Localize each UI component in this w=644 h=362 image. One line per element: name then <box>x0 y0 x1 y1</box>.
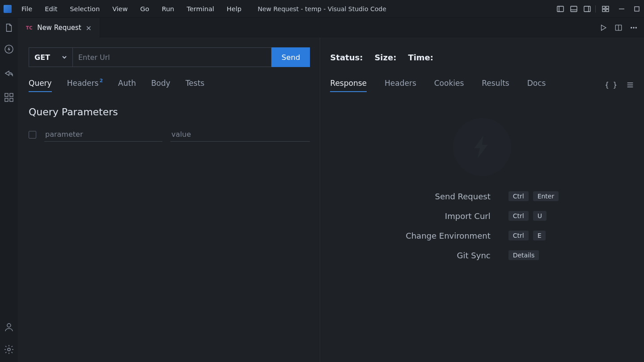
kbd-ctrl: Ctrl <box>508 231 529 240</box>
param-name-input[interactable] <box>44 127 162 142</box>
tab-headers-label: Headers <box>67 79 99 88</box>
svg-rect-11 <box>635 7 639 11</box>
vscode-icon <box>4 5 12 13</box>
hint-import-curl: Import Curl <box>406 211 491 221</box>
tab-auth[interactable]: Auth <box>118 79 136 91</box>
menu-edit[interactable]: Edit <box>39 4 63 14</box>
layout-sidebar-right-icon[interactable] <box>584 5 591 13</box>
tab-docs[interactable]: Docs <box>527 79 546 91</box>
hint-git-sync: Git Sync <box>406 251 491 260</box>
response-subtabs: Response Headers Cookies Results Docs { … <box>330 79 634 91</box>
maximize-icon[interactable] <box>633 5 640 13</box>
menubar: File Edit Selection View Go Run Terminal… <box>0 0 644 18</box>
more-actions-icon[interactable] <box>630 24 638 32</box>
menu-run[interactable]: Run <box>157 4 180 14</box>
kbd-enter: Enter <box>533 191 559 201</box>
tab-response[interactable]: Response <box>330 79 367 91</box>
thunder-client-badge-icon: TC <box>26 25 33 30</box>
svg-rect-6 <box>602 6 605 8</box>
response-size-label: Size: <box>374 53 396 62</box>
split-editor-icon[interactable] <box>614 24 623 32</box>
svg-point-16 <box>633 27 634 28</box>
request-pane: GET Send Query Headers2 Auth Body Tests … <box>18 38 320 362</box>
customize-layout-icon[interactable] <box>602 5 609 13</box>
svg-point-23 <box>7 324 11 327</box>
activity-bar <box>0 38 18 362</box>
thunder-logo-icon <box>453 118 511 176</box>
menu-view[interactable]: View <box>107 4 133 14</box>
tab-body[interactable]: Body <box>151 79 170 91</box>
param-row <box>29 127 310 142</box>
send-button[interactable]: Send <box>271 47 310 67</box>
svg-rect-9 <box>606 9 609 12</box>
close-tab-icon[interactable]: × <box>86 24 92 32</box>
http-method-value: GET <box>34 53 50 62</box>
request-subtabs: Query Headers2 Auth Body Tests <box>29 79 310 91</box>
svg-point-15 <box>631 27 632 28</box>
run-icon[interactable] <box>599 24 607 32</box>
svg-point-24 <box>8 348 10 351</box>
chevron-down-icon <box>62 55 67 60</box>
tab-query[interactable]: Query <box>29 79 52 91</box>
kbd-e: E <box>533 231 546 240</box>
svg-rect-8 <box>602 9 605 12</box>
response-status-label: Status: <box>330 53 363 62</box>
svg-rect-2 <box>571 6 577 12</box>
svg-rect-21 <box>5 98 8 101</box>
editor-tab-new-request[interactable]: TC New Request × <box>18 18 100 38</box>
tab-resp-headers[interactable]: Headers <box>385 79 416 91</box>
svg-rect-22 <box>10 98 13 101</box>
editor-tabbar: TC New Request × <box>0 18 644 38</box>
hint-change-env: Change Environment <box>406 231 491 240</box>
svg-rect-0 <box>557 6 564 12</box>
layout-sidebar-left-icon[interactable] <box>557 5 564 13</box>
gear-icon[interactable] <box>4 344 14 355</box>
hint-send-request: Send Request <box>406 192 491 201</box>
extensions-icon[interactable] <box>4 92 14 103</box>
svg-rect-4 <box>584 6 590 12</box>
menu-go[interactable]: Go <box>135 4 155 14</box>
url-input[interactable] <box>72 47 271 67</box>
git-sync-details-button[interactable]: Details <box>508 250 539 260</box>
query-parameters-title: Query Parameters <box>29 106 310 118</box>
menu-selection[interactable]: Selection <box>64 4 105 14</box>
format-json-icon[interactable]: { } <box>605 81 618 89</box>
activity-explorer-icon[interactable] <box>0 18 18 38</box>
editor-tab-title: New Request <box>37 24 81 32</box>
svg-rect-7 <box>606 6 609 8</box>
param-value-input[interactable] <box>170 127 310 142</box>
svg-marker-12 <box>602 25 606 30</box>
svg-rect-20 <box>10 93 13 97</box>
wrap-lines-icon[interactable] <box>626 81 634 89</box>
response-time-label: Time: <box>408 53 433 62</box>
svg-point-17 <box>636 27 636 28</box>
tab-results[interactable]: Results <box>482 79 509 91</box>
kbd-ctrl: Ctrl <box>508 191 529 201</box>
kbd-u: U <box>533 211 547 221</box>
http-method-select[interactable]: GET <box>29 47 72 67</box>
share-icon[interactable] <box>4 68 14 79</box>
tab-headers[interactable]: Headers2 <box>67 79 103 91</box>
param-checkbox[interactable] <box>29 131 36 139</box>
tab-tests[interactable]: Tests <box>186 79 204 91</box>
menu-terminal[interactable]: Terminal <box>182 4 220 14</box>
tab-cookies[interactable]: Cookies <box>434 79 464 91</box>
window-title: New Request - temp - Visual Studio Code <box>258 5 386 13</box>
response-empty-state: Send Request Ctrl Enter Import Curl Ctrl… <box>330 91 634 362</box>
account-icon[interactable] <box>4 322 14 333</box>
headers-count-badge: 2 <box>99 78 103 84</box>
menu-file[interactable]: File <box>16 4 38 14</box>
response-pane: Status: Size: Time: Response Headers Coo… <box>320 38 644 362</box>
layout-panel-icon[interactable] <box>570 5 577 13</box>
svg-rect-19 <box>5 93 8 97</box>
minimize-icon[interactable] <box>618 5 625 13</box>
kbd-ctrl: Ctrl <box>508 211 529 221</box>
thunder-icon[interactable] <box>4 44 14 55</box>
menu-help[interactable]: Help <box>221 4 247 14</box>
